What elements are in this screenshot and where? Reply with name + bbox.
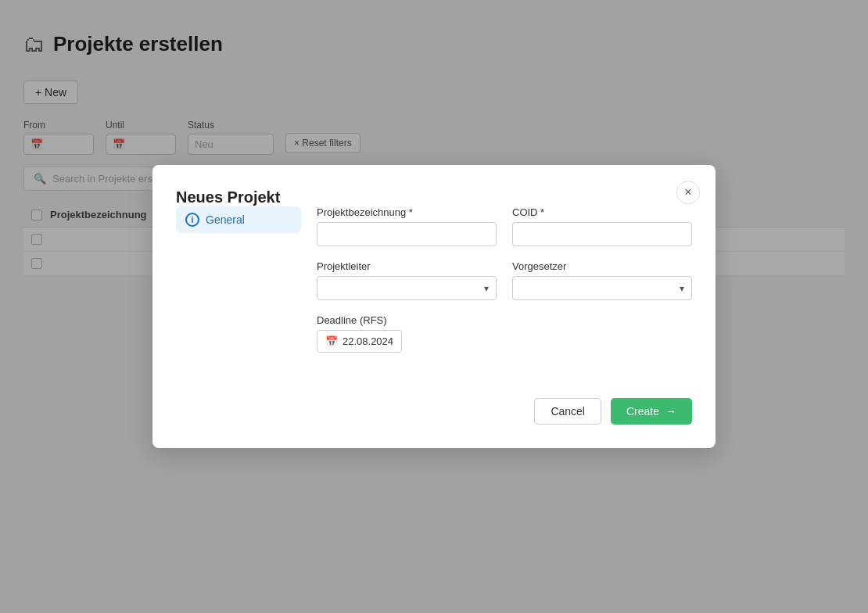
coid-group: COID * (512, 206, 692, 246)
info-icon: i (185, 213, 199, 227)
sidebar-general-label: General (206, 213, 245, 226)
vorgesetzer-group: Vorgesetzer (512, 260, 692, 300)
projektleiter-select-wrapper (317, 276, 497, 300)
vorgesetzer-label: Vorgesetzer (512, 260, 692, 272)
projektleiter-group: Projektleiter (317, 260, 497, 300)
projektleiter-label: Projektleiter (317, 260, 497, 272)
cancel-button[interactable]: Cancel (534, 398, 601, 425)
calendar-icon: 📅 (325, 335, 338, 347)
deadline-date-input[interactable]: 📅 22.08.2024 (317, 330, 402, 353)
projektbezeichnung-input[interactable] (317, 222, 497, 246)
deadline-group: Deadline (RFS) 📅 22.08.2024 (317, 314, 497, 353)
form-row-2: Projektleiter Vorgesetzer (317, 260, 692, 300)
projektleiter-select[interactable] (317, 276, 497, 300)
modal-title: Neues Projekt (176, 188, 280, 206)
vorgesetzer-select[interactable] (512, 276, 692, 300)
spacer-group (512, 314, 692, 353)
deadline-label: Deadline (RFS) (317, 314, 497, 326)
modal-sidebar: i General (176, 206, 301, 367)
modal-overlay: Neues Projekt × i General Projektbezeic (0, 0, 868, 613)
sidebar-item-general[interactable]: i General (176, 206, 301, 233)
modal-form: Projektbezeichnung * COID * Projektleite… (317, 206, 692, 367)
vorgesetzer-select-wrapper (512, 276, 692, 300)
modal-footer: Cancel Create → (176, 398, 692, 425)
projektbezeichnung-group: Projektbezeichnung * (317, 206, 497, 246)
create-arrow: → (665, 405, 676, 418)
coid-input[interactable] (512, 222, 692, 246)
modal-close-button[interactable]: × (676, 181, 700, 204)
modal-dialog: Neues Projekt × i General Projektbezeic (152, 165, 716, 448)
create-button[interactable]: Create → (611, 398, 692, 425)
deadline-value: 22.08.2024 (343, 335, 393, 347)
coid-label: COID * (512, 206, 692, 218)
modal-body: i General Projektbezeichnung * COID * (176, 206, 692, 367)
form-row-1: Projektbezeichnung * COID * (317, 206, 692, 246)
projektbezeichnung-label: Projektbezeichnung * (317, 206, 497, 218)
form-row-3: Deadline (RFS) 📅 22.08.2024 (317, 314, 692, 353)
